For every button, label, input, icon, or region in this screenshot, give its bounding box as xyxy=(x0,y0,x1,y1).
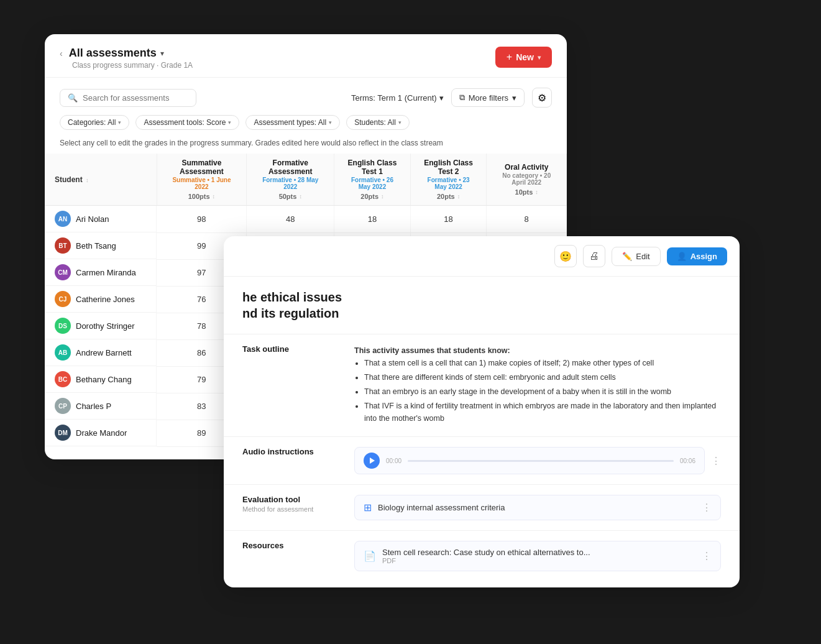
header-left: ‹ All assessments ▾ Class progress summa… xyxy=(60,47,193,70)
eval-tool-label: Evaluation tool xyxy=(242,495,329,504)
task-body: Task outline This activity assumes that … xyxy=(224,328,740,587)
resource-more-icon[interactable]: ⋮ xyxy=(702,550,712,562)
eval-tool-sublabel: Method for assessment xyxy=(242,505,329,513)
new-plus-icon: + xyxy=(507,52,512,63)
assign-icon: 👤 xyxy=(677,252,687,261)
col-summative-tag: Summative • 1 June 2022 xyxy=(167,177,237,190)
avatar: BC xyxy=(55,371,71,387)
task-title-section: he ethical issuesnd its regulation xyxy=(224,277,740,328)
score-cell[interactable]: 8 xyxy=(487,206,567,233)
col-oral-pts: 10pts ↕ xyxy=(497,188,556,196)
play-triangle-icon xyxy=(370,458,375,464)
col-header-summative[interactable]: Summative Assessment Summative • 1 June … xyxy=(157,154,247,206)
student-name-cell: CJ Catherine Jones xyxy=(45,286,157,313)
assign-button[interactable]: 👤 Assign xyxy=(667,247,727,265)
terms-select[interactable]: Terms: Term 1 (Current) ▾ xyxy=(351,93,444,103)
terms-label: Terms: Term 1 (Current) xyxy=(351,93,437,103)
filter-tag-students[interactable]: Students: All ▾ xyxy=(346,115,410,130)
emoji-icon-button[interactable]: 🙂 xyxy=(554,245,577,267)
eval-name: Biology internal assessment criteria xyxy=(378,503,695,512)
score-cell[interactable]: 18 xyxy=(410,206,487,233)
task-outline-row: Task outline This activity assumes that … xyxy=(224,334,740,436)
score-cell[interactable]: 48 xyxy=(247,206,334,233)
search-box: 🔍 xyxy=(60,89,196,107)
audio-more-icon[interactable]: ⋮ xyxy=(711,455,721,467)
student-sort-icon: ↕ xyxy=(86,177,89,183)
col-formative-pts: 50pts ↕ xyxy=(257,193,324,200)
search-filter-row: 🔍 Terms: Term 1 (Current) ▾ ⧉ More filte… xyxy=(45,78,567,113)
task-title: he ethical issuesnd its regulation xyxy=(242,289,721,321)
col-english2-name: English Class Test 2 xyxy=(421,159,477,176)
task-detail-card: 🙂 🖨 ✏️ Edit 👤 Assign he ethical issuesnd… xyxy=(224,236,740,587)
student-name-cell: BC Bethany Chang xyxy=(45,366,157,393)
audio-track xyxy=(408,460,674,462)
audio-instructions-label: Audio instructions xyxy=(242,447,329,456)
score-cell[interactable]: 98 xyxy=(157,206,247,233)
avatar: DS xyxy=(55,318,71,334)
eval-more-icon[interactable]: ⋮ xyxy=(702,502,712,513)
new-button[interactable]: + New ▾ xyxy=(495,47,552,68)
new-button-label: New xyxy=(516,52,534,62)
resource-type: PDF xyxy=(382,557,695,564)
pdf-icon: 📄 xyxy=(364,550,376,562)
edit-button-label: Edit xyxy=(636,252,649,261)
student-name: Charles P xyxy=(76,402,111,411)
title-caret-icon[interactable]: ▾ xyxy=(160,49,164,58)
col-english1-name: English Class Test 1 xyxy=(344,159,400,176)
audio-time-start: 00:00 xyxy=(386,458,401,464)
student-name: Catherine Jones xyxy=(76,295,135,304)
col-header-english2[interactable]: English Class Test 2 Formative • 23 May … xyxy=(410,154,487,206)
print-icon-button[interactable]: 🖨 xyxy=(583,245,605,267)
more-filters-caret-icon: ▾ xyxy=(512,93,516,103)
search-input[interactable] xyxy=(83,93,188,103)
student-name-cell: CM Carmen Miranda xyxy=(45,259,157,286)
student-name: Andrew Barnett xyxy=(76,348,132,357)
filter-icon: ⧉ xyxy=(459,93,465,103)
eval-item[interactable]: ⊞ Biology internal assessment criteria ⋮ xyxy=(354,495,721,520)
evaluation-tool-row: Evaluation tool Method for assessment ⊞ … xyxy=(224,484,740,530)
filter-tag-categories-caret: ▾ xyxy=(118,119,121,126)
settings-button[interactable]: ⚙ xyxy=(532,88,552,108)
bullet-2: That there are different kinds of stem c… xyxy=(364,371,721,384)
col-english1-pts: 20pts ↕ xyxy=(344,193,400,200)
more-filters-button[interactable]: ⧉ More filters ▾ xyxy=(451,88,525,107)
avatar: CJ xyxy=(55,291,71,307)
play-button[interactable] xyxy=(364,453,380,469)
avatar: AB xyxy=(55,344,71,361)
back-arrow-icon[interactable]: ‹ xyxy=(60,48,63,58)
col-english2-tag: Formative • 23 May 2022 xyxy=(421,177,477,190)
col-header-english1[interactable]: English Class Test 1 Formative • 26 May … xyxy=(334,154,411,206)
audio-row-content: 00:00 00:06 ⋮ xyxy=(354,447,721,474)
col-summative-name: Summative Assessment xyxy=(167,159,237,176)
audio-player: 00:00 00:06 xyxy=(354,447,705,474)
more-filters-label: More filters xyxy=(469,93,508,103)
eval-grid-icon: ⊞ xyxy=(364,502,372,513)
col-header-oral[interactable]: Oral Activity No category • 20 April 202… xyxy=(487,154,567,206)
student-name-cell: AB Andrew Barnett xyxy=(45,339,157,366)
avatar: AN xyxy=(55,211,71,227)
score-cell[interactable]: 18 xyxy=(334,206,411,233)
col-oral-tag: No category • 20 April 2022 xyxy=(497,172,556,186)
edit-pencil-icon: ✏️ xyxy=(622,252,632,261)
task-outline-label: Task outline xyxy=(242,344,329,354)
edit-button[interactable]: ✏️ Edit xyxy=(612,247,660,266)
resource-name: Stem cell research: Case study on ethica… xyxy=(382,548,695,557)
task-outline-content: This activity assumes that students know… xyxy=(354,344,721,426)
bullet-1: That a stem cell is a cell that can 1) m… xyxy=(364,357,721,369)
resource-item[interactable]: 📄 Stem cell research: Case study on ethi… xyxy=(354,541,721,571)
filter-tag-types[interactable]: Assessment types: All ▾ xyxy=(245,115,340,130)
student-name: Beth Tsang xyxy=(76,241,116,251)
filter-tag-types-caret: ▾ xyxy=(329,119,332,126)
filter-tag-categories[interactable]: Categories: All ▾ xyxy=(60,115,129,130)
terms-caret-icon: ▾ xyxy=(439,93,444,103)
col-formative-name: Formative Assessment xyxy=(257,159,324,176)
col-header-formative[interactable]: Formative Assessment Formative • 28 May … xyxy=(247,154,334,206)
filter-tag-tools[interactable]: Assessment tools: Score ▾ xyxy=(135,115,239,130)
col-header-student[interactable]: Student ↕ xyxy=(45,154,157,206)
col-english1-tag: Formative • 26 May 2022 xyxy=(344,177,400,190)
filter-tag-categories-label: Categories: All xyxy=(68,118,116,127)
audio-instructions-row: Audio instructions 00:00 00:06 ⋮ xyxy=(224,436,740,484)
filter-tag-types-label: Assessment types: All xyxy=(254,118,326,127)
avatar: BT xyxy=(55,237,71,254)
task-outline-bullets: That a stem cell is a cell that can 1) m… xyxy=(354,357,721,425)
